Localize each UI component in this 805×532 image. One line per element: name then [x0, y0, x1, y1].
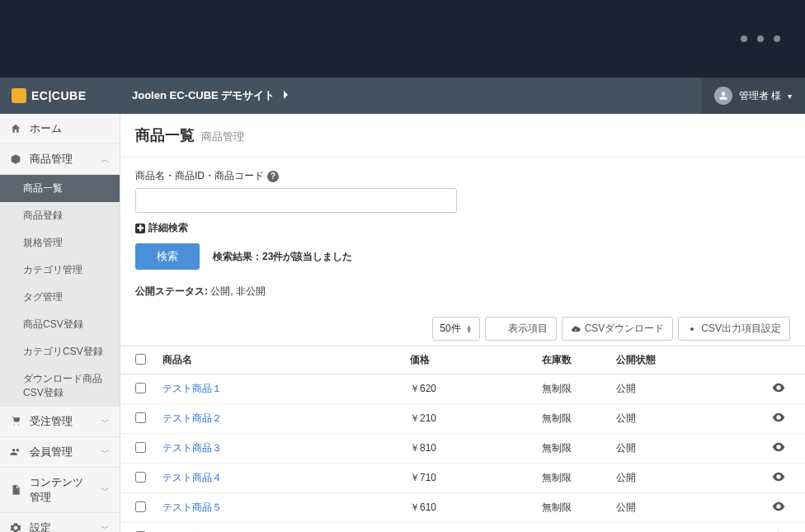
user-avatar-icon [714, 87, 732, 105]
chevron-up-icon: ︿ [101, 153, 110, 166]
cube-icon [10, 153, 21, 165]
product-name-link[interactable]: テスト商品１ [162, 383, 222, 394]
cell-price: ￥620 [402, 374, 534, 404]
product-name-link[interactable]: テスト商品４ [162, 472, 222, 483]
gear-icon [10, 522, 21, 532]
display-fields-label: 表示項目 [508, 322, 548, 336]
page-size-value: 50件 [440, 322, 460, 336]
row-checkbox[interactable] [135, 383, 146, 393]
eye-icon[interactable] [772, 383, 785, 393]
chevron-down-icon: ﹀ [101, 446, 110, 459]
cell-price: ￥710 [402, 464, 534, 493]
product-name-link[interactable]: テスト商品２ [162, 412, 222, 424]
nav-label: 商品管理 [30, 152, 73, 167]
user-menu[interactable]: 管理者 様 ▾ [701, 78, 805, 114]
status-filter-row: 公開ステータス: 公開, 非公開 [120, 281, 805, 310]
th-stock: 在庫数 [534, 346, 608, 374]
chevron-down-icon: ﹀ [101, 484, 110, 497]
cell-price: ￥510 [402, 523, 534, 533]
dot-icon [757, 35, 764, 42]
cell-stock: 無制限 [534, 493, 608, 523]
advanced-search-toggle[interactable]: ✚ 詳細検索 [135, 221, 790, 235]
eye-icon[interactable] [772, 412, 785, 422]
row-checkbox[interactable] [135, 442, 146, 453]
cell-price: ￥610 [402, 493, 534, 523]
dot-icon [774, 35, 780, 42]
table-row: テスト商品６￥510無制限公開 [120, 523, 805, 533]
cell-price: ￥810 [402, 434, 534, 464]
sidebar-submenu-product: 商品一覧 商品登録 規格管理 カテゴリ管理 タグ管理 商品CSV登録 カテゴリC… [0, 175, 120, 407]
table-row: テスト商品２￥210無制限公開 [120, 404, 805, 434]
cell-stock: 無制限 [534, 374, 608, 404]
eye-icon[interactable] [772, 472, 785, 482]
sidebar: ホーム 商品管理 ︿ 商品一覧 商品登録 規格管理 カテゴリ管理 タグ管理 商品… [0, 114, 120, 532]
cell-status: 公開 [608, 464, 732, 493]
chevron-down-icon: ▾ [788, 92, 792, 101]
th-status: 公開状態 [608, 346, 732, 374]
page-title: 商品一覧 [135, 125, 195, 145]
sidebar-sub-csv-product[interactable]: 商品CSV登録 [0, 311, 120, 338]
cloud-download-icon [571, 324, 581, 334]
nav-label: 設定 [30, 520, 51, 532]
csv-fields-button[interactable]: CSV出力項目設定 [678, 317, 790, 341]
page-size-select[interactable]: 50件 ▲▼ [432, 317, 479, 341]
sidebar-sub-spec[interactable]: 規格管理 [0, 229, 120, 257]
topbar: EC|CUBE Joolen EC-CUBE デモサイト 管理者 様 ▾ [0, 78, 805, 114]
search-button[interactable]: 検索 [135, 243, 200, 270]
sidebar-sub-tag[interactable]: タグ管理 [0, 284, 120, 311]
eye-icon[interactable] [772, 501, 785, 511]
page-header: 商品一覧 商品管理 [120, 114, 805, 158]
sidebar-sub-csv-download[interactable]: ダウンロード商品CSV登録 [0, 365, 120, 407]
csv-download-button[interactable]: CSVダウンロード [562, 317, 674, 341]
chevron-right-icon [283, 90, 290, 102]
select-all-checkbox[interactable] [135, 354, 146, 365]
nav-label: 会員管理 [30, 445, 73, 459]
sidebar-item-member[interactable]: 会員管理 ﹀ [0, 437, 120, 468]
nav-label: ホーム [30, 121, 62, 136]
row-checkbox[interactable] [135, 501, 146, 512]
cell-price: ￥210 [402, 404, 534, 434]
sidebar-sub-category[interactable]: カテゴリ管理 [0, 257, 120, 284]
search-section: 商品名・商品ID・商品コード ? ✚ 詳細検索 検索 検索結果：23件が該当しま… [120, 158, 805, 281]
cell-stock: 無制限 [534, 404, 608, 434]
sidebar-item-content[interactable]: コンテンツ管理 ﹀ [0, 468, 120, 513]
chevron-down-icon: ﹀ [101, 416, 110, 428]
eye-icon[interactable] [772, 442, 785, 452]
users-icon [10, 446, 21, 458]
logo-text: EC|CUBE [31, 89, 87, 102]
plus-icon: ✚ [135, 224, 145, 233]
display-fields-button[interactable]: 表示項目 [485, 317, 557, 341]
sidebar-item-order[interactable]: 受注管理 ﹀ [0, 407, 120, 437]
dot-icon [741, 35, 747, 42]
sidebar-sub-product-register[interactable]: 商品登録 [0, 202, 120, 229]
table-row: テスト商品１￥620無制限公開 [120, 374, 805, 404]
sidebar-sub-csv-category[interactable]: カテゴリCSV登録 [0, 338, 120, 365]
cell-status: 公開 [608, 434, 732, 464]
search-input[interactable] [135, 188, 457, 213]
table-row: テスト商品３￥810無制限公開 [120, 434, 805, 464]
product-name-link[interactable]: テスト商品３ [162, 442, 222, 454]
help-icon[interactable]: ? [267, 171, 279, 182]
cell-stock: 無制限 [534, 464, 608, 493]
sidebar-sub-product-list[interactable]: 商品一覧 [0, 175, 120, 202]
csv-fields-label: CSV出力項目設定 [701, 322, 781, 336]
logo-icon [12, 88, 26, 103]
th-name: 商品名 [154, 346, 402, 374]
cell-stock: 無制限 [534, 523, 608, 533]
cell-status: 公開 [608, 493, 732, 523]
page-subtitle: 商品管理 [201, 129, 244, 144]
search-label-text: 商品名・商品ID・商品コード [135, 169, 264, 183]
sidebar-item-product-mgmt[interactable]: 商品管理 ︿ [0, 144, 120, 175]
site-name[interactable]: Joolen EC-CUBE デモサイト [120, 88, 701, 103]
table-header-row: 商品名 価格 在庫数 公開状態 [120, 346, 805, 374]
user-label: 管理者 様 [739, 89, 781, 103]
search-label: 商品名・商品ID・商品コード ? [135, 169, 790, 183]
row-checkbox[interactable] [135, 412, 146, 423]
sidebar-item-home[interactable]: ホーム [0, 114, 120, 144]
row-checkbox[interactable] [135, 472, 146, 483]
sidebar-item-settings[interactable]: 設定 ﹀ [0, 513, 120, 532]
logo[interactable]: EC|CUBE [0, 78, 120, 114]
product-name-link[interactable]: テスト商品５ [162, 501, 222, 513]
nav-label: コンテンツ管理 [30, 475, 92, 505]
table-controls: 50件 ▲▼ 表示項目 CSVダウンロード CSV出力項目設定 [120, 310, 805, 346]
